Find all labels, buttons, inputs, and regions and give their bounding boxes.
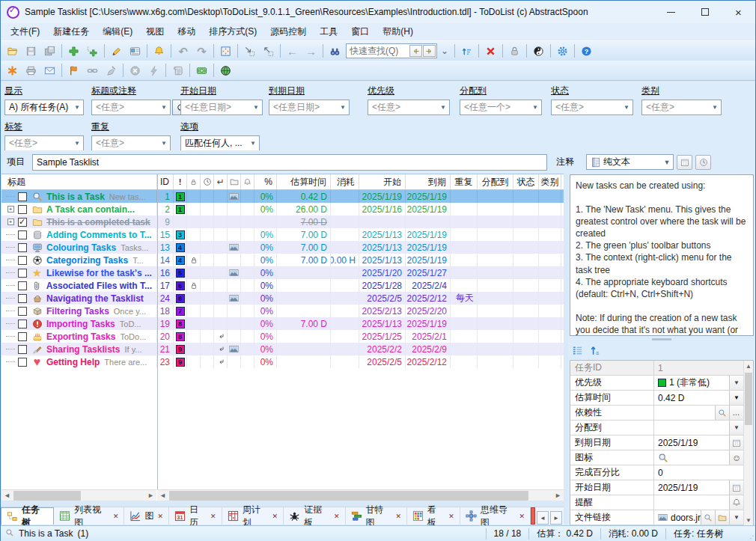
menu-item-5[interactable]: 排序方式(S) — [202, 23, 263, 40]
task-checkbox[interactable] — [18, 243, 27, 252]
task-checkbox[interactable] — [18, 332, 27, 341]
quick-action-button[interactable] — [144, 62, 163, 79]
task-row[interactable]: Adding Comments to T...1530%7.00 D2025/1… — [1, 228, 564, 241]
column-header-hdr-excl[interactable]: ! — [174, 174, 187, 189]
task-row[interactable]: Sharing TasklistsIf y...2190%2025/2/2202… — [1, 343, 564, 355]
comments-format-select[interactable]: 纯文本 ▼ — [586, 154, 674, 170]
filter-row2-1-select[interactable]: <任意>▼ — [91, 135, 171, 151]
tab-scroll-left-icon[interactable]: ◄ — [537, 511, 549, 525]
delete-task-button[interactable] — [481, 43, 500, 60]
chevron-button[interactable]: ▼ — [729, 421, 743, 435]
scroll-left-icon[interactable]: ◄ — [157, 490, 168, 501]
maximize-button[interactable] — [688, 1, 722, 23]
sort-tasks-button[interactable] — [457, 43, 476, 60]
scroll-up-icon[interactable]: ▲ — [744, 361, 753, 371]
task-checkbox[interactable] — [18, 192, 27, 201]
column-header-hdr-lock[interactable] — [187, 174, 201, 189]
print-button[interactable] — [22, 62, 40, 79]
comments-attributes-splitter[interactable] — [568, 337, 755, 342]
calendar-button[interactable] — [729, 480, 743, 495]
task-row[interactable]: Colouring TasksTasks...1340%7.00 D2025/1… — [1, 241, 564, 254]
task-row[interactable]: ♥Getting HelpThere are...2390%2025/2/520… — [1, 355, 564, 368]
column-header-类别[interactable]: 类别 — [539, 174, 561, 189]
column-header-hdr-folder[interactable] — [228, 174, 241, 189]
edit-task-attributes-button[interactable] — [126, 43, 144, 60]
quick-find-dropdown[interactable]: ⌄ — [439, 43, 451, 58]
open-tasklist-button[interactable] — [3, 43, 22, 60]
filter-row2-0-select[interactable]: <任意>▼ — [4, 135, 84, 151]
tab-证据板[interactable]: 证据板✕ — [284, 507, 345, 525]
scroll-down-icon[interactable]: ▼ — [744, 515, 753, 525]
filter-2-select[interactable]: <任意日期>▼ — [180, 100, 263, 115]
tab-列表视图[interactable]: 列表视图✕ — [54, 507, 124, 525]
sort-ascending-icon[interactable] — [589, 345, 600, 358]
tab-任务树[interactable]: 任务树 — [1, 507, 54, 525]
tab-图[interactable]: 图✕ — [124, 507, 169, 525]
column-header-重复[interactable]: 重复 — [451, 174, 478, 189]
task-checkbox[interactable] — [18, 320, 27, 328]
return-reference-button[interactable] — [259, 43, 278, 60]
column-header-%[interactable]: % — [254, 174, 277, 189]
task-checkbox[interactable] — [18, 345, 27, 354]
column-header-ID[interactable]: ID — [157, 174, 174, 189]
tab-甘特图[interactable]: 甘特图✕ — [346, 507, 407, 525]
view-log-button[interactable] — [168, 62, 187, 79]
task-row[interactable]: +This is a completed task97.00 D — [1, 216, 564, 228]
filter-3-select[interactable]: <任意日期>▼ — [269, 100, 350, 115]
tab-close-icon[interactable]: ✕ — [157, 513, 163, 520]
undo-button[interactable]: ↶ — [174, 43, 192, 60]
edit-task-title-button[interactable] — [107, 43, 126, 60]
tree-hscrollbar[interactable]: ◄ ► — [1, 489, 156, 501]
menu-item-4[interactable]: 移动 — [171, 23, 202, 40]
attribute-value[interactable]: 0 — [654, 465, 743, 480]
track-cost-button[interactable] — [192, 62, 211, 79]
filter-row2-2-select[interactable]: 匹配任何人, ...▼ — [180, 135, 260, 151]
magnifier-small-button[interactable] — [715, 406, 729, 420]
attribute-value[interactable]: 2025/1/19 — [654, 480, 729, 495]
columns-hscrollbar[interactable]: ◄ ► — [157, 489, 564, 501]
column-header-分配到[interactable]: 分配到 — [478, 174, 513, 189]
tab-close-icon[interactable]: ✕ — [448, 513, 454, 520]
select-prev-button[interactable]: ← — [283, 43, 302, 60]
attribute-value[interactable] — [654, 495, 729, 510]
attribute-value[interactable] — [654, 450, 729, 465]
column-header-到期[interactable]: 到期 — [406, 174, 451, 189]
resize-grip[interactable] — [746, 526, 755, 541]
find-tasks-button[interactable] — [326, 43, 344, 60]
tab-close-icon[interactable]: ✕ — [113, 513, 119, 520]
task-comments[interactable]: New tasks can be created using: 1. The '… — [570, 174, 754, 336]
toggle-theme-button[interactable] — [529, 43, 548, 60]
attributes-vscrollbar[interactable]: ▲ ▼ — [743, 361, 753, 525]
task-checkbox[interactable] — [18, 307, 27, 316]
scroll-right-icon[interactable]: ► — [145, 490, 156, 501]
set-reminder-button[interactable] — [150, 43, 168, 60]
browse-web-button[interactable] — [216, 62, 235, 79]
menu-item-8[interactable]: 窗口 — [344, 23, 376, 40]
filter-5-select[interactable]: <任意一个>▼ — [460, 100, 542, 115]
tab-scroll-right-icon[interactable]: ► — [550, 511, 562, 525]
toggle-readonly-button[interactable] — [505, 43, 524, 60]
ellipsis-button[interactable]: … — [729, 406, 743, 420]
smiley-button[interactable]: ☺ — [729, 450, 743, 465]
column-header-hdr-enter[interactable]: ↵ — [214, 174, 228, 189]
find-previous-button[interactable] — [409, 45, 422, 57]
comments-time-button[interactable] — [695, 155, 711, 170]
task-checkbox[interactable] — [18, 358, 27, 367]
tab-close-icon[interactable]: ✕ — [396, 513, 402, 520]
tab-思维导图[interactable]: 思维导图✕ — [460, 507, 531, 525]
redo-button[interactable]: ↷ — [192, 43, 211, 60]
task-row[interactable]: ★Likewise for the task's ...1650%2025/1/… — [1, 266, 564, 279]
save-button[interactable] — [22, 43, 40, 60]
filter-1-select[interactable]: <任意>▼ — [91, 100, 171, 115]
tab-看板[interactable]: 看板✕ — [407, 507, 460, 525]
calendar-button[interactable] — [729, 435, 743, 450]
column-header-状态[interactable]: 状态 — [513, 174, 539, 189]
attribute-value[interactable] — [654, 421, 729, 435]
filter-0-select[interactable]: A) 所有任务(A)▼ — [4, 100, 84, 115]
scroll-left-icon[interactable]: ◄ — [1, 490, 13, 501]
task-row[interactable]: Importing TasksToD...1980%7.00 D2025/1/1… — [1, 317, 564, 330]
task-row[interactable]: Filtering TasksOnce y...1870%2025/2/1320… — [1, 305, 564, 317]
filter-7-select[interactable]: <任意>▼ — [641, 100, 722, 115]
task-checkbox[interactable] — [18, 230, 27, 239]
flag-task-button[interactable] — [64, 62, 83, 79]
